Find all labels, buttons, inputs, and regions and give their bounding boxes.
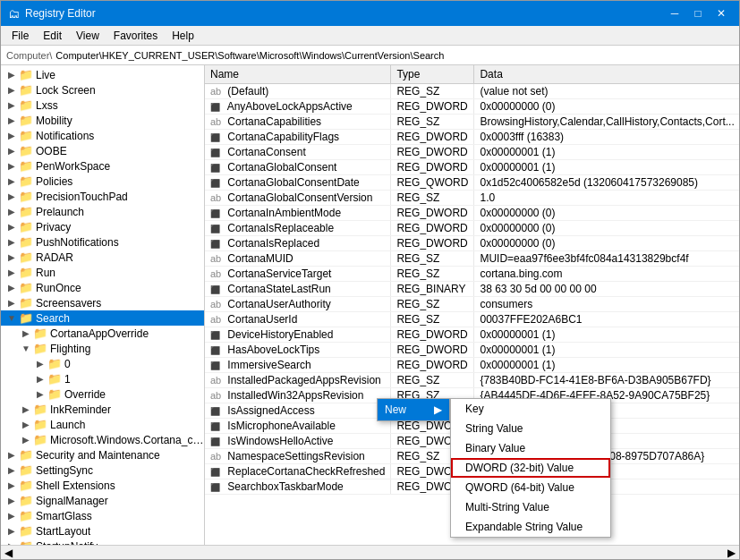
tree-item-signalmanager[interactable]: ▶📁SignalManager <box>1 493 204 508</box>
tree-toggle-icon[interactable]: ▶ <box>4 115 19 125</box>
table-row[interactable]: ab CortanaUserIdREG_SZ00037FFE202A6BC1 <box>205 312 739 327</box>
submenu-item-key[interactable]: Key <box>451 399 610 419</box>
tree-toggle-icon[interactable]: ▶ <box>4 161 19 171</box>
submenu-item-string[interactable]: String Value <box>451 419 610 438</box>
tree-toggle-icon[interactable]: ▶ <box>33 389 47 399</box>
table-row[interactable]: ab InstalledPackagedAppsRevisionREG_SZ{7… <box>205 373 739 388</box>
table-row[interactable]: ⬛ CortanaGlobalConsentDateREG_QWORD0x1d5… <box>205 175 739 191</box>
tree-toggle-icon[interactable]: ▶ <box>4 100 19 110</box>
tree-toggle-icon[interactable]: ▶ <box>33 359 47 369</box>
tree-item-smartglass[interactable]: ▶📁SmartGlass <box>1 508 204 523</box>
tree-toggle-icon[interactable]: ▶ <box>4 85 19 95</box>
table-row[interactable]: ⬛ DeviceHistoryEnabledREG_DWORD0x0000000… <box>205 327 739 343</box>
tree-item-privacy[interactable]: ▶📁Privacy <box>1 219 204 234</box>
tree-toggle-icon[interactable]: ▶ <box>4 176 19 186</box>
registry-panel[interactable]: Name Type Data ab (Default)REG_SZ(value … <box>205 65 739 545</box>
tree-item-oobe[interactable]: ▶📁OOBE <box>1 143 204 158</box>
tree-toggle-icon[interactable]: ▶ <box>33 374 47 384</box>
tree-toggle-icon[interactable]: ▶ <box>4 480 19 490</box>
tree-toggle-icon[interactable]: ▼ <box>19 344 33 353</box>
tree-toggle-icon[interactable]: ▶ <box>4 496 19 505</box>
tree-toggle-icon[interactable]: ▶ <box>4 207 19 216</box>
tree-toggle-icon[interactable]: ▶ <box>4 191 19 201</box>
tree-item-shellextensions[interactable]: ▶📁Shell Extensions <box>1 478 204 493</box>
tree-item-launch[interactable]: ▶📁Launch <box>1 417 204 432</box>
tree-item-search[interactable]: ▼📁Search <box>1 310 204 326</box>
tree-toggle-icon[interactable]: ▶ <box>4 237 19 247</box>
tree-toggle-icon[interactable]: ▶ <box>4 252 19 262</box>
tree-toggle-icon[interactable]: ▶ <box>19 404 33 414</box>
tree-item-flighting-0[interactable]: ▶📁0 <box>1 356 204 371</box>
tree-item-notifications[interactable]: ▶📁Notifications <box>1 128 204 143</box>
horizontal-scrollbar[interactable]: ◀ ▶ <box>1 545 739 559</box>
tree-toggle-icon[interactable]: ▶ <box>4 222 19 232</box>
tree-toggle-icon[interactable]: ▶ <box>19 420 33 429</box>
tree-toggle-icon[interactable]: ▶ <box>19 435 33 445</box>
tree-item-lxss[interactable]: ▶📁Lxss <box>1 98 204 113</box>
tree-item-startlayout[interactable]: ▶📁StartLayout <box>1 523 204 539</box>
tree-toggle-icon[interactable]: ▶ <box>4 283 19 293</box>
tree-item-precisiontouchpad[interactable]: ▶📁PrecisionTouchPad <box>1 189 204 204</box>
tree-item-pushnotifications[interactable]: ▶📁PushNotifications <box>1 234 204 250</box>
menu-item-edit[interactable]: Edit <box>36 28 69 44</box>
table-row[interactable]: ⬛ CortanaCapabilityFlagsREG_DWORD0x0003f… <box>205 130 739 145</box>
tree-item-mswincortana[interactable]: ▶📁Microsoft.Windows.Cortana_cw5n1h2t <box>1 432 204 447</box>
tree-item-flighting[interactable]: ▼📁Flighting <box>1 341 204 356</box>
table-row[interactable]: ⬛ CortanaStateLastRunREG_BINARY38 63 30 … <box>205 282 739 297</box>
tree-item-inkreminder[interactable]: ▶📁InkReminder <box>1 402 204 417</box>
col-name[interactable]: Name <box>205 65 391 84</box>
tree-panel[interactable]: ▶📁Live▶📁Lock Screen▶📁Lxss▶📁Mobility▶📁Not… <box>1 65 205 545</box>
scroll-left-icon[interactable]: ◀ <box>1 547 16 559</box>
table-row[interactable]: ab CortanaUserAuthorityREG_SZconsumers <box>205 297 739 312</box>
tree-item-settingsync[interactable]: ▶📁SettingSync <box>1 462 204 478</box>
scroll-right-icon[interactable]: ▶ <box>724 547 739 559</box>
table-row[interactable]: ab CortanaGlobalConsentVersionREG_SZ1.0 <box>205 191 739 206</box>
tree-item-radar[interactable]: ▶📁RADAR <box>1 250 204 265</box>
tree-toggle-icon[interactable]: ▶ <box>19 328 33 338</box>
table-row[interactable]: ⬛ CortanaIsReplaceableREG_DWORD0x0000000… <box>205 221 739 236</box>
submenu-item-expandable[interactable]: Expandable String Value <box>451 517 610 537</box>
table-row[interactable]: ⬛ CortanaInAmbientModeREG_DWORD0x0000000… <box>205 206 739 221</box>
table-row[interactable]: ab CortanaMUIDREG_SZMUID=eaa97f6ee3bf4fc… <box>205 251 739 267</box>
tree-item-live[interactable]: ▶📁Live <box>1 67 204 82</box>
tree-item-override[interactable]: ▶📁Override <box>1 386 204 402</box>
submenu-item-binary[interactable]: Binary Value <box>451 438 610 458</box>
tree-item-policies[interactable]: ▶📁Policies <box>1 174 204 189</box>
table-row[interactable]: ⬛ ImmersiveSearchREG_DWORD0x00000001 (1) <box>205 358 739 373</box>
tree-item-cortanaappoverride[interactable]: ▶📁CortanaAppOverride <box>1 326 204 341</box>
tree-toggle-icon[interactable]: ▼ <box>4 313 19 323</box>
tree-item-startupnotify[interactable]: ▶📁StartupNotify <box>1 539 204 545</box>
tree-toggle-icon[interactable]: ▶ <box>4 70 19 80</box>
submenu-item-qword64[interactable]: QWORD (64-bit) Value <box>451 478 610 497</box>
col-data[interactable]: Data <box>474 65 739 84</box>
table-row[interactable]: ab CortanaCapabilitiesREG_SZBrowsingHist… <box>205 115 739 130</box>
submenu-item-dword32[interactable]: DWORD (32-bit) Value <box>451 458 610 478</box>
tree-toggle-icon[interactable]: ▶ <box>4 450 19 460</box>
tree-toggle-icon[interactable]: ▶ <box>4 465 19 475</box>
table-row[interactable]: ab CortanaServiceTargetREG_SZcortana.bin… <box>205 267 739 282</box>
table-row[interactable]: ⬛ CortanaGlobalConsentREG_DWORD0x0000000… <box>205 160 739 175</box>
tree-toggle-icon[interactable]: ▶ <box>4 267 19 277</box>
menu-item-help[interactable]: Help <box>165 28 201 44</box>
tree-item-screensavers[interactable]: ▶📁Screensavers <box>1 295 204 310</box>
minimize-button[interactable]: ─ <box>664 4 685 22</box>
close-button[interactable]: ✕ <box>710 4 732 22</box>
menu-item-view[interactable]: View <box>69 28 106 44</box>
tree-toggle-icon[interactable]: ▶ <box>4 131 19 140</box>
col-type[interactable]: Type <box>391 65 474 84</box>
menu-item-file[interactable]: File <box>4 28 36 44</box>
tree-toggle-icon[interactable]: ▶ <box>4 511 19 521</box>
tree-toggle-icon[interactable]: ▶ <box>4 526 19 536</box>
table-row[interactable]: ⬛ CortanaConsentREG_DWORD0x00000001 (1) <box>205 145 739 160</box>
table-row[interactable]: ab (Default)REG_SZ(value not set) <box>205 84 739 99</box>
tree-item-prelaunch[interactable]: ▶📁Prelaunch <box>1 204 204 219</box>
tree-item-lockscreen[interactable]: ▶📁Lock Screen <box>1 82 204 98</box>
maximize-button[interactable]: □ <box>687 4 709 22</box>
tree-item-runonce[interactable]: ▶📁RunOnce <box>1 280 204 295</box>
table-row[interactable]: ⬛ HasAboveLockTipsREG_DWORD0x00000001 (1… <box>205 343 739 358</box>
new-menu-item-new[interactable]: New ▶ <box>378 399 449 420</box>
tree-item-penworkspace[interactable]: ▶📁PenWorkSpace <box>1 158 204 174</box>
tree-item-mobility[interactable]: ▶📁Mobility <box>1 113 204 128</box>
table-row[interactable]: ⬛ AnyAboveLockAppsActiveREG_DWORD0x00000… <box>205 99 739 115</box>
tree-item-run[interactable]: ▶📁Run <box>1 265 204 280</box>
